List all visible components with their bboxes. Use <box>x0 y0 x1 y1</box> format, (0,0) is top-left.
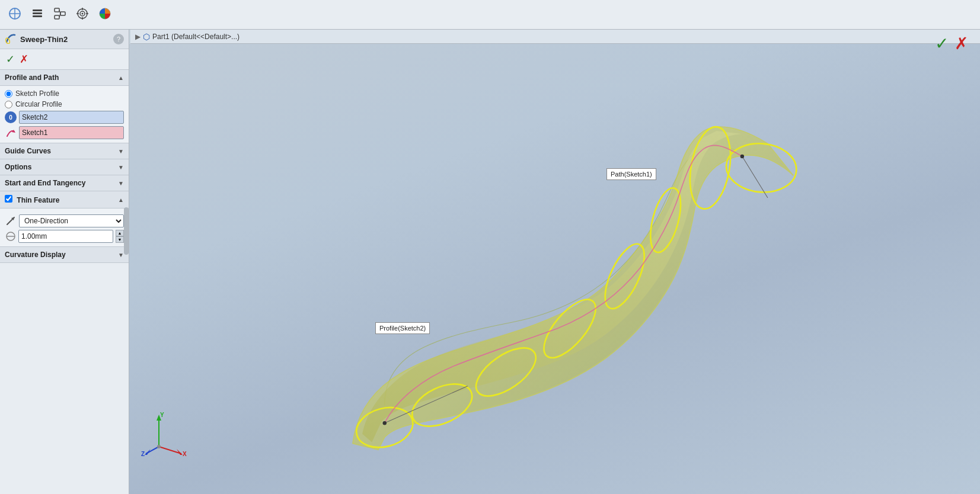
ok-cancel-row: ✓ ✗ <box>0 49 129 70</box>
svg-rect-4 <box>33 12 42 14</box>
svg-rect-5 <box>33 15 42 17</box>
canvas-area: Path(Sketch1) Profile(Sketch2) Y X Z <box>129 44 980 494</box>
svg-point-47 <box>157 445 161 448</box>
thin-feature-header[interactable]: Thin Feature ▲ <box>0 191 129 208</box>
ok-button[interactable]: ✓ <box>6 53 15 66</box>
svg-text:Y: Y <box>160 412 164 418</box>
color-toolbar-btn[interactable] <box>95 5 115 25</box>
sketch2-input-row: 0 <box>5 111 124 124</box>
sweep-icon <box>5 32 17 46</box>
sketch-toolbar-icon <box>8 7 21 23</box>
toolbar <box>0 0 980 30</box>
curvature-display-arrow: ▼ <box>118 252 124 258</box>
sketch1-input-row <box>5 126 124 139</box>
tree-toolbar-btn[interactable] <box>50 5 70 25</box>
color-toolbar-icon <box>98 7 111 23</box>
help-button[interactable]: ? <box>113 34 124 44</box>
scroll-indicator[interactable] <box>124 207 129 255</box>
profile-and-path-content: Sketch Profile Circular Profile 0 <box>0 86 129 143</box>
spinner-up-btn[interactable]: ▲ <box>116 230 124 236</box>
profile-and-path-arrow: ▲ <box>118 75 124 81</box>
tree-toolbar-icon <box>53 7 66 23</box>
target-toolbar-icon <box>76 7 89 23</box>
sketch-profile-label: Sketch Profile <box>15 89 59 98</box>
sketch-toolbar-btn[interactable] <box>5 5 25 25</box>
svg-point-17 <box>82 12 84 14</box>
svg-text:Z: Z <box>141 451 145 457</box>
direction-row: One-DirectionMid-PlaneTwo-Direction <box>5 214 124 227</box>
3d-model-svg <box>248 73 841 488</box>
svg-line-41 <box>159 447 181 454</box>
direction-icon <box>5 215 17 227</box>
target-toolbar-btn[interactable] <box>72 5 92 25</box>
thin-feature-title: Thin Feature <box>5 195 59 204</box>
left-panel: Sweep-Thin2 ? ✓ ✗ Profile and Path ▲ Ske… <box>0 30 129 494</box>
breadcrumb: ▶ ⬡ Part1 (Default<<Default>...) <box>130 30 980 44</box>
thickness-row: ▲ ▼ <box>5 230 124 243</box>
start-end-tangency-arrow: ▼ <box>118 180 124 187</box>
svg-rect-8 <box>60 12 65 15</box>
direction-select[interactable]: One-DirectionMid-PlaneTwo-Direction <box>19 214 124 227</box>
curvature-display-title: Curvature Display <box>5 251 66 259</box>
start-end-tangency-header[interactable]: Start and End Tangency ▼ <box>0 175 129 191</box>
sketch-profile-radio-row[interactable]: Sketch Profile <box>5 89 124 98</box>
thickness-icon <box>5 230 16 242</box>
svg-rect-3 <box>33 9 42 11</box>
cancel-button[interactable]: ✗ <box>20 53 28 66</box>
breadcrumb-arrow: ▶ <box>135 33 141 41</box>
options-header[interactable]: Options ▼ <box>0 159 129 175</box>
guide-curves-arrow: ▼ <box>118 148 124 155</box>
svg-text:X: X <box>183 451 187 457</box>
list-toolbar-btn[interactable] <box>27 5 47 25</box>
sketch1-input[interactable] <box>19 126 124 139</box>
circular-profile-radio[interactable] <box>5 101 12 108</box>
sketch1-icon <box>5 127 17 139</box>
sketch2-icon: 0 <box>5 111 17 123</box>
list-toolbar-icon <box>31 7 44 23</box>
top-right-x-button[interactable]: ✗ <box>955 36 968 52</box>
thin-feature-arrow: ▲ <box>118 197 124 203</box>
spinner-down-btn[interactable]: ▼ <box>116 236 124 243</box>
profile-and-path-header[interactable]: Profile and Path ▲ <box>0 70 129 86</box>
breadcrumb-part-icon: ⬡ <box>143 32 150 41</box>
guide-curves-header[interactable]: Guide Curves ▼ <box>0 143 129 159</box>
options-arrow: ▼ <box>118 164 124 171</box>
sketch-profile-radio[interactable] <box>5 90 12 98</box>
thickness-spinner[interactable]: ▲ ▼ <box>116 230 124 243</box>
breadcrumb-text: Part1 (Default<<Default>...) <box>152 33 240 41</box>
circular-profile-radio-row[interactable]: Circular Profile <box>5 100 124 108</box>
top-right-check-button[interactable]: ✓ <box>935 36 949 52</box>
sketch2-input[interactable] <box>19 111 124 124</box>
top-right-buttons: ✓ ✗ <box>935 36 968 52</box>
svg-point-35 <box>740 155 744 158</box>
svg-rect-7 <box>55 15 59 19</box>
circular-profile-label: Circular Profile <box>15 100 62 108</box>
profile-and-path-title: Profile and Path <box>5 73 59 82</box>
guide-curves-title: Guide Curves <box>5 147 51 155</box>
panel-title: Sweep-Thin2 <box>20 35 68 44</box>
curvature-display-header[interactable]: Curvature Display ▼ <box>0 247 129 263</box>
thickness-input[interactable] <box>18 230 113 243</box>
thin-feature-checkbox-inline <box>5 196 17 204</box>
svg-point-37 <box>383 421 387 425</box>
thin-feature-content: One-DirectionMid-PlaneTwo-Direction ▲ ▼ <box>0 208 129 247</box>
start-end-tangency-title: Start and End Tangency <box>5 179 85 187</box>
thin-feature-checkbox[interactable] <box>5 195 12 203</box>
options-title: Options <box>5 163 31 171</box>
coordinate-axes: Y X Z <box>141 411 189 458</box>
panel-header: Sweep-Thin2 ? <box>0 30 129 49</box>
svg-rect-6 <box>55 8 59 12</box>
